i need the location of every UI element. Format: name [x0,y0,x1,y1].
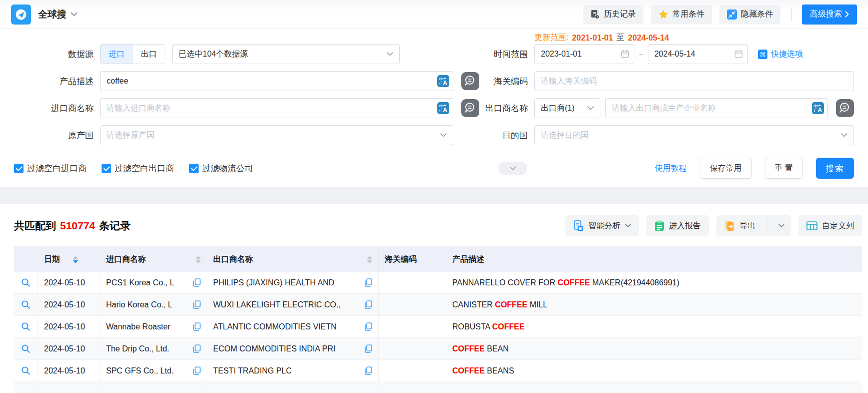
data-source-select[interactable]: 已选中104个数据源 [172,44,400,64]
history-icon [590,10,600,20]
hs-code-label: 海关编码 [479,76,534,87]
tutorial-link[interactable]: 使用教程 [655,163,687,174]
custom-columns-button[interactable]: 自定义列 [798,215,862,236]
search-button[interactable]: 搜索 [816,158,854,179]
copy-icon[interactable] [193,300,201,309]
exporter-name[interactable]: ATLANTIC COMMODITIES VIETN [213,322,361,331]
product-desc-input[interactable] [100,71,453,91]
exporter-name[interactable]: TESTI TRADING PLC [213,366,361,375]
product-desc-text: COFFEE BEANS [452,366,514,375]
filter-blank-importer-checkbox[interactable]: 过滤空白进口商 [14,163,87,174]
end-date-picker[interactable] [648,44,748,64]
exclude-keywords-button[interactable] [461,72,479,90]
cell-hs-code [379,360,446,381]
copy-icon[interactable] [365,322,372,331]
exporter-name[interactable]: PHILIPS (JIAXING) HEALTH AND [213,278,361,287]
exporter-name[interactable]: ECOM COMMODITIES INDIA PRI [213,344,361,353]
copy-icon[interactable] [193,366,201,375]
save-conditions-button[interactable]: 保存常用 [700,158,752,179]
origin-country-select[interactable]: 请选择原产国 [100,125,453,145]
favorite-button-label: 常用条件 [672,9,704,20]
copy-icon[interactable] [193,344,201,353]
sort-icons-exporter[interactable] [367,256,372,263]
importer-name-input[interactable] [100,98,453,118]
results-header: 共匹配到 510774 条记录 BI 智能分析 进入报告 [0,214,868,237]
copy-icon[interactable] [365,366,372,375]
importer-name[interactable]: Hario Korea Co., L [106,300,189,309]
reset-button[interactable]: 重 置 [765,158,803,179]
exporter-name-input[interactable] [605,98,828,118]
table-row: 2024-05-10 PCS1 Korea Co., L PHILIPS (JI… [14,272,862,294]
header-exporter[interactable]: 出口商名称 [207,247,379,272]
origin-country-placeholder: 请选择原产国 [107,130,440,141]
quick-options-link[interactable]: ⌘ 快捷选项 [758,49,803,60]
translate-icon[interactable]: 中A [812,102,824,114]
start-date-picker[interactable] [534,44,634,64]
product-desc-text: COFFEE BEAN [452,344,509,353]
filter-logistics-checkbox[interactable]: 过滤物流公司 [189,163,253,174]
favorite-conditions-button[interactable]: 常用条件 [651,5,712,24]
export-options-chevron[interactable] [772,215,791,236]
product-desc-text: CANISTER COFFEE MILL [452,300,547,309]
filter-blank-exporter-checkbox[interactable]: 过滤空白出口商 [102,163,174,174]
hide-conditions-button[interactable]: 隐藏条件 [719,5,780,24]
hs-code-input[interactable] [534,71,854,91]
header-date[interactable]: 日期 [38,247,100,272]
exporter-name[interactable]: WUXI LAKELIGHT ELECTRIC CO., [213,300,361,309]
destination-country-select[interactable]: 请选择目的国 [534,125,854,145]
chevron-down-icon [625,224,631,228]
row-detail-magnifier-icon[interactable] [21,278,31,287]
checkbox-checked-icon[interactable] [14,164,24,173]
export-tab[interactable]: 出口 [133,45,165,64]
title-chevron-down-icon[interactable] [71,12,78,17]
exclude-importers-button[interactable] [461,99,479,117]
importer-name[interactable]: The Drip Co., Ltd. [106,344,189,353]
row-detail-magnifier-icon[interactable] [21,366,31,375]
advanced-search-button[interactable]: 高级搜索 [802,5,857,25]
header-importer-label: 进口商名称 [106,254,146,265]
sort-icons-importer[interactable] [196,256,201,263]
start-date-input[interactable] [534,44,634,64]
split-divider [767,215,767,236]
history-button[interactable]: 历史记录 [583,5,643,24]
section-separator [0,187,868,204]
sort-icons-date[interactable] [73,256,78,263]
topbar: 全球搜 历史记录 常用条件 隐藏条件 高级搜索 [0,0,868,29]
translate-icon[interactable]: 中A [437,75,449,87]
smart-analysis-button[interactable]: BI 智能分析 [565,215,639,236]
checkbox-checked-icon[interactable] [102,164,111,173]
import-tab[interactable]: 进口 [101,45,133,64]
enter-report-button[interactable]: 进入报告 [646,215,709,236]
exporter-type-select[interactable]: 出口商(1) [534,98,600,118]
copy-icon[interactable] [193,278,201,287]
filter-blank-exporter-label: 过滤空白出口商 [115,163,174,174]
cell-hs-code [379,338,446,359]
importer-name[interactable]: Wannabe Roaster [106,322,189,331]
columns-icon [806,221,817,231]
translate-icon[interactable]: 中A [437,102,449,114]
importer-name[interactable]: PCS1 Korea Co., L [106,278,189,287]
match-suffix: 条记录 [99,219,131,233]
cell-importer: Hario Korea Co., L [100,294,207,315]
end-date-input[interactable] [648,44,748,64]
row-detail-magnifier-icon[interactable] [21,300,31,309]
copy-icon[interactable] [365,300,372,309]
copy-icon[interactable] [365,344,372,353]
filter-logistics-label: 过滤物流公司 [202,163,253,174]
collapse-form-button[interactable] [498,162,527,175]
row-detail-magnifier-icon[interactable] [21,322,31,331]
checkbox-checked-icon[interactable] [189,164,199,173]
filter-options-row: 过滤空白进口商 过滤空白出口商 过滤物流公司 使用教程 保存常用 重 置 搜索 [14,158,854,178]
topbar-divider [791,8,792,22]
trade-direction-toggle: 进口 出口 [100,44,165,64]
copy-icon[interactable] [193,322,201,331]
date-range-separator: – [639,50,643,59]
cell-importer: SPC GFS Co., Ltd. [100,360,207,381]
importer-name[interactable]: SPC GFS Co., Ltd. [106,366,189,375]
header-importer[interactable]: 进口商名称 [100,247,207,272]
exclude-exporters-button[interactable] [836,99,854,117]
row-detail-magnifier-icon[interactable] [21,344,31,353]
table-row: 2024-05-10 The Drip Co., Ltd. ECOM COMMO… [14,338,862,360]
export-button[interactable]: 导出 [716,215,762,236]
copy-icon[interactable] [365,278,372,287]
